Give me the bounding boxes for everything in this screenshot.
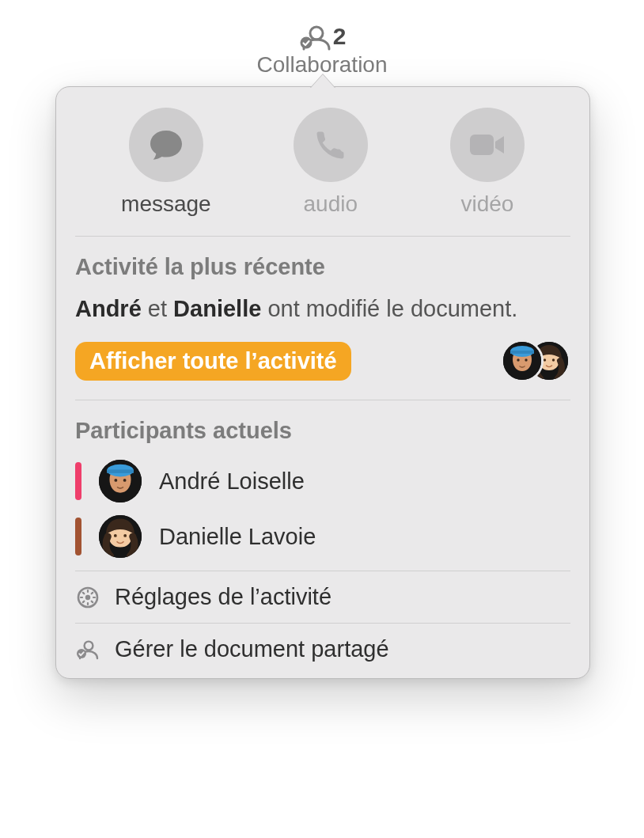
svg-point-17 xyxy=(114,534,117,537)
svg-point-21 xyxy=(85,641,93,650)
manage-shared-doc-button[interactable]: Gérer le document partagé xyxy=(56,624,589,675)
svg-rect-13 xyxy=(107,469,134,473)
message-icon xyxy=(129,108,203,182)
participant-andre[interactable]: André Loiselle xyxy=(75,460,570,502)
avatar-danielle xyxy=(99,515,142,558)
recent-activity-text: André et Danielle ont modifié le documen… xyxy=(75,296,570,322)
svg-point-9 xyxy=(517,358,519,361)
video-icon xyxy=(450,108,525,182)
recent-activity-title: Activité la plus récente xyxy=(75,254,570,280)
gear-badge-icon xyxy=(75,585,100,610)
participants-title: Participants actuels xyxy=(75,418,570,444)
action-row: message audio vidéo xyxy=(56,103,589,225)
menu-label: Réglages de l’activité xyxy=(115,584,331,610)
collaboration-popover: message audio vidéo Activité la plus réc… xyxy=(55,86,590,679)
collaboration-icon-with-count: 2 xyxy=(298,22,347,51)
svg-point-0 xyxy=(310,27,323,40)
recent-activity-section: Activité la plus récente André et Daniel… xyxy=(56,237,589,400)
message-button[interactable]: message xyxy=(121,108,211,217)
svg-rect-8 xyxy=(510,351,534,354)
video-button[interactable]: vidéo xyxy=(450,108,525,217)
svg-point-5 xyxy=(552,358,555,361)
participant-count: 2 xyxy=(333,23,347,50)
svg-point-1 xyxy=(300,37,312,49)
video-label: vidéo xyxy=(460,191,513,217)
message-label: message xyxy=(121,191,211,217)
svg-point-18 xyxy=(123,534,127,537)
collaboration-icon xyxy=(298,22,331,51)
person-check-icon xyxy=(75,637,100,662)
activity-person-1: André xyxy=(75,296,142,321)
participants-section: Participants actuels André Loiselle xyxy=(56,400,589,558)
svg-point-14 xyxy=(114,479,117,482)
activity-person-2: Danielle xyxy=(173,296,261,321)
svg-point-4 xyxy=(544,358,546,361)
svg-point-20 xyxy=(85,594,90,599)
audio-label: audio xyxy=(304,191,358,217)
participant-name: Danielle Lavoie xyxy=(159,524,316,550)
activity-avatars[interactable] xyxy=(501,339,570,382)
activity-settings-button[interactable]: Réglages de l’activité xyxy=(56,571,589,623)
presence-indicator xyxy=(75,462,81,500)
audio-button[interactable]: audio xyxy=(294,108,368,217)
show-all-activity-button[interactable]: Afficher toute l’activité xyxy=(75,342,351,381)
menu-label: Gérer le document partagé xyxy=(115,636,389,662)
svg-point-10 xyxy=(525,358,527,361)
avatar-andre xyxy=(99,460,142,502)
phone-icon xyxy=(294,108,368,182)
presence-indicator xyxy=(75,518,81,556)
collaboration-toolbar-button[interactable]: 2 Collaboration xyxy=(0,22,644,78)
avatar-andre xyxy=(501,339,544,382)
svg-rect-2 xyxy=(470,135,494,155)
participant-danielle[interactable]: Danielle Lavoie xyxy=(75,515,570,558)
participant-name: André Loiselle xyxy=(159,468,305,495)
svg-point-15 xyxy=(123,479,127,482)
